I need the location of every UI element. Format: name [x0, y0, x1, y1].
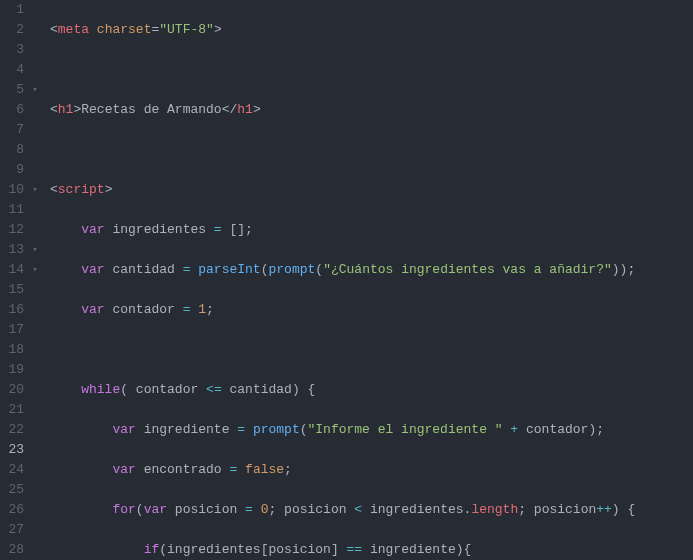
- line-number: 14: [0, 260, 24, 280]
- fold-marker: [30, 200, 40, 220]
- fold-marker: [30, 20, 40, 40]
- code-editor-content[interactable]: <meta charset="UTF-8"> <h1>Recetas de Ar…: [40, 0, 693, 560]
- line-number: 13: [0, 240, 24, 260]
- fold-marker: [30, 320, 40, 340]
- fold-marker[interactable]: ▾: [30, 180, 40, 200]
- line-number: 22: [0, 420, 24, 440]
- fold-marker: [30, 0, 40, 20]
- line-number: 9: [0, 160, 24, 180]
- fold-marker[interactable]: ▾: [30, 80, 40, 100]
- fold-marker: [30, 440, 40, 460]
- fold-marker: [30, 60, 40, 80]
- line-number: 16: [0, 300, 24, 320]
- line-number: 11: [0, 200, 24, 220]
- fold-marker: [30, 540, 40, 560]
- line-number: 28: [0, 540, 24, 560]
- fold-marker: [30, 480, 40, 500]
- line-number: 17: [0, 320, 24, 340]
- code-line: <script>: [50, 180, 693, 200]
- fold-marker: [30, 380, 40, 400]
- fold-marker: [30, 500, 40, 520]
- line-number: 8: [0, 140, 24, 160]
- line-number: 18: [0, 340, 24, 360]
- fold-marker: [30, 300, 40, 320]
- line-number: 3: [0, 40, 24, 60]
- line-number: 23: [0, 440, 24, 460]
- code-line: for(var posicion = 0; posicion < ingredi…: [50, 500, 693, 520]
- code-line: var ingrediente = prompt("Informe el ing…: [50, 420, 693, 440]
- code-line: var ingredientes = [];: [50, 220, 693, 240]
- line-number: 1: [0, 0, 24, 20]
- fold-marker: [30, 160, 40, 180]
- line-number: 4: [0, 60, 24, 80]
- code-line: var encontrado = false;: [50, 460, 693, 480]
- fold-marker: [30, 400, 40, 420]
- fold-marker: [30, 100, 40, 120]
- fold-marker: [30, 520, 40, 540]
- line-number: 2: [0, 20, 24, 40]
- code-line: <h1>Recetas de Armando</h1>: [50, 100, 693, 120]
- code-line: <meta charset="UTF-8">: [50, 20, 693, 40]
- fold-marker[interactable]: ▾: [30, 260, 40, 280]
- line-number: 21: [0, 400, 24, 420]
- code-line: while( contador <= cantidad) {: [50, 380, 693, 400]
- code-line: [50, 140, 693, 160]
- line-number: 10: [0, 180, 24, 200]
- fold-marker: [30, 460, 40, 480]
- fold-marker: [30, 120, 40, 140]
- line-number: 12: [0, 220, 24, 240]
- line-number: 19: [0, 360, 24, 380]
- code-line: [50, 60, 693, 80]
- fold-marker: [30, 360, 40, 380]
- line-number: 25: [0, 480, 24, 500]
- code-line: var contador = 1;: [50, 300, 693, 320]
- fold-gutter: ▾▾▾▾: [30, 0, 40, 560]
- code-line: var cantidad = parseInt(prompt("¿Cuántos…: [50, 260, 693, 280]
- line-number: 27: [0, 520, 24, 540]
- line-number: 7: [0, 120, 24, 140]
- line-number: 6: [0, 100, 24, 120]
- line-number: 24: [0, 460, 24, 480]
- fold-marker: [30, 140, 40, 160]
- fold-marker: [30, 340, 40, 360]
- line-number: 26: [0, 500, 24, 520]
- code-line: if(ingredientes[posicion] == ingrediente…: [50, 540, 693, 560]
- fold-marker: [30, 40, 40, 60]
- fold-marker: [30, 420, 40, 440]
- line-number: 5: [0, 80, 24, 100]
- line-number: 15: [0, 280, 24, 300]
- line-number-gutter: 1234567891011121314151617181920212223242…: [0, 0, 30, 560]
- fold-marker: [30, 280, 40, 300]
- fold-marker: [30, 220, 40, 240]
- line-number: 20: [0, 380, 24, 400]
- code-line: [50, 340, 693, 360]
- fold-marker[interactable]: ▾: [30, 240, 40, 260]
